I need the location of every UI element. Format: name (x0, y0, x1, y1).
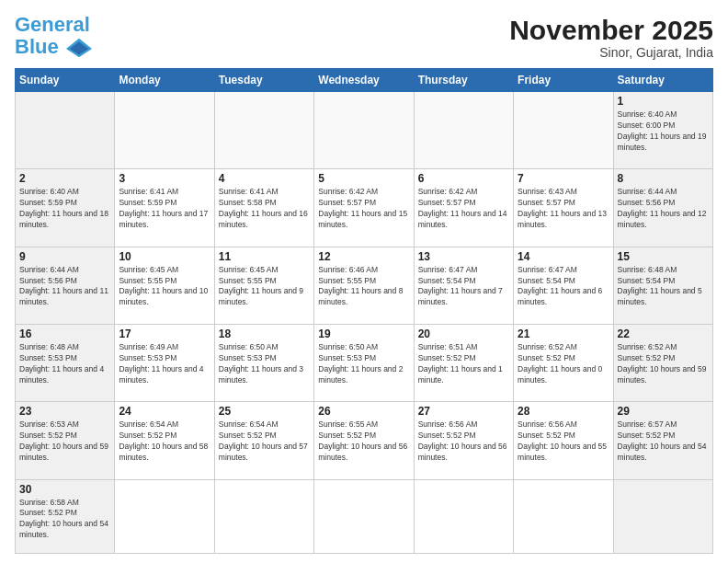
day-number: 9 (19, 250, 110, 263)
table-row (414, 479, 513, 553)
day-number: 7 (518, 172, 609, 185)
table-row: 22Sunrise: 6:52 AMSunset: 5:52 PMDayligh… (613, 324, 712, 401)
table-row: 26Sunrise: 6:55 AMSunset: 5:52 PMDayligh… (314, 402, 414, 479)
day-number: 4 (219, 172, 310, 185)
day-number: 1 (618, 95, 709, 108)
table-row: 28Sunrise: 6:56 AMSunset: 5:52 PMDayligh… (514, 402, 613, 479)
calendar-header-row: Sunday Monday Tuesday Wednesday Thursday… (16, 69, 713, 92)
title-block: November 2025 Sinor, Gujarat, India (509, 15, 713, 60)
day-info: Sunrise: 6:43 AMSunset: 5:57 PMDaylight:… (518, 187, 609, 231)
day-info: Sunrise: 6:41 AMSunset: 5:59 PMDaylight:… (119, 187, 210, 231)
table-row (214, 92, 313, 169)
table-row (613, 479, 712, 553)
logo: General Blue (15, 15, 92, 61)
day-info: Sunrise: 6:54 AMSunset: 5:52 PMDaylight:… (119, 419, 210, 464)
table-row: 29Sunrise: 6:57 AMSunset: 5:52 PMDayligh… (613, 402, 712, 479)
day-info: Sunrise: 6:50 AMSunset: 5:53 PMDaylight:… (219, 342, 310, 386)
day-info: Sunrise: 6:55 AMSunset: 5:52 PMDaylight:… (318, 419, 409, 464)
day-info: Sunrise: 6:56 AMSunset: 5:52 PMDaylight:… (518, 419, 609, 464)
day-info: Sunrise: 6:45 AMSunset: 5:55 PMDaylight:… (119, 265, 210, 309)
header-sunday: Sunday (16, 69, 115, 92)
table-row (115, 479, 214, 553)
day-info: Sunrise: 6:49 AMSunset: 5:53 PMDaylight:… (119, 342, 210, 386)
day-info: Sunrise: 6:45 AMSunset: 5:55 PMDaylight:… (219, 265, 310, 309)
day-info: Sunrise: 6:48 AMSunset: 5:53 PMDaylight:… (19, 342, 110, 386)
day-info: Sunrise: 6:52 AMSunset: 5:52 PMDaylight:… (618, 342, 709, 386)
day-number: 3 (119, 172, 210, 185)
table-row: 10Sunrise: 6:45 AMSunset: 5:55 PMDayligh… (115, 247, 214, 324)
calendar-body: 1Sunrise: 6:40 AMSunset: 6:00 PMDaylight… (16, 92, 713, 554)
table-row: 11Sunrise: 6:45 AMSunset: 5:55 PMDayligh… (214, 247, 313, 324)
day-number: 25 (219, 405, 310, 418)
day-info: Sunrise: 6:56 AMSunset: 5:52 PMDaylight:… (418, 419, 509, 464)
table-row: 13Sunrise: 6:47 AMSunset: 5:54 PMDayligh… (414, 247, 513, 324)
table-row: 3Sunrise: 6:41 AMSunset: 5:59 PMDaylight… (115, 169, 214, 247)
day-info: Sunrise: 6:51 AMSunset: 5:52 PMDaylight:… (418, 342, 509, 386)
day-number: 16 (19, 327, 110, 340)
table-row: 15Sunrise: 6:48 AMSunset: 5:54 PMDayligh… (613, 247, 712, 324)
day-number: 6 (418, 172, 509, 185)
table-row: 9Sunrise: 6:44 AMSunset: 5:56 PMDaylight… (16, 247, 115, 324)
day-info: Sunrise: 6:53 AMSunset: 5:52 PMDaylight:… (19, 419, 110, 464)
day-number: 23 (19, 405, 110, 418)
table-row: 23Sunrise: 6:53 AMSunset: 5:52 PMDayligh… (16, 402, 115, 479)
logo-blue: Blue (15, 35, 59, 58)
logo-text: General Blue (15, 15, 92, 61)
day-info: Sunrise: 6:47 AMSunset: 5:54 PMDaylight:… (418, 265, 509, 309)
table-row: 7Sunrise: 6:43 AMSunset: 5:57 PMDaylight… (514, 169, 613, 247)
header-wednesday: Wednesday (314, 69, 414, 92)
day-info: Sunrise: 6:50 AMSunset: 5:53 PMDaylight:… (318, 342, 409, 386)
day-number: 2 (19, 172, 110, 185)
table-row (314, 479, 414, 553)
calendar-table: Sunday Monday Tuesday Wednesday Thursday… (15, 68, 713, 554)
day-info: Sunrise: 6:40 AMSunset: 6:00 PMDaylight:… (618, 109, 709, 154)
day-number: 28 (518, 405, 609, 418)
day-number: 18 (219, 327, 310, 340)
calendar-page: General Blue November 2025 Sinor, Gujara… (0, 0, 728, 563)
table-row: 27Sunrise: 6:56 AMSunset: 5:52 PMDayligh… (414, 402, 513, 479)
table-row (115, 92, 214, 169)
day-number: 10 (119, 250, 210, 263)
day-number: 24 (119, 405, 210, 418)
day-info: Sunrise: 6:57 AMSunset: 5:52 PMDaylight:… (618, 419, 709, 464)
day-number: 5 (318, 172, 409, 185)
day-number: 8 (618, 172, 709, 185)
table-row: 14Sunrise: 6:47 AMSunset: 5:54 PMDayligh… (514, 247, 613, 324)
table-row: 24Sunrise: 6:54 AMSunset: 5:52 PMDayligh… (115, 402, 214, 479)
day-info: Sunrise: 6:42 AMSunset: 5:57 PMDaylight:… (318, 187, 409, 231)
table-row (514, 92, 613, 169)
logo-general: General (15, 13, 90, 36)
table-row: 25Sunrise: 6:54 AMSunset: 5:52 PMDayligh… (214, 402, 313, 479)
table-row: 6Sunrise: 6:42 AMSunset: 5:57 PMDaylight… (414, 169, 513, 247)
table-row: 5Sunrise: 6:42 AMSunset: 5:57 PMDaylight… (314, 169, 414, 247)
day-number: 30 (19, 483, 110, 496)
day-info: Sunrise: 6:44 AMSunset: 5:56 PMDaylight:… (19, 265, 110, 309)
month-title: November 2025 (509, 15, 713, 45)
table-row: 20Sunrise: 6:51 AMSunset: 5:52 PMDayligh… (414, 324, 513, 401)
table-row: 21Sunrise: 6:52 AMSunset: 5:52 PMDayligh… (514, 324, 613, 401)
table-row: 2Sunrise: 6:40 AMSunset: 5:59 PMDaylight… (16, 169, 115, 247)
day-number: 14 (518, 250, 609, 263)
table-row (514, 479, 613, 553)
day-info: Sunrise: 6:58 AMSunset: 5:52 PMDaylight:… (19, 498, 110, 542)
table-row: 12Sunrise: 6:46 AMSunset: 5:55 PMDayligh… (314, 247, 414, 324)
table-row: 18Sunrise: 6:50 AMSunset: 5:53 PMDayligh… (214, 324, 313, 401)
table-row (314, 92, 414, 169)
header-friday: Friday (514, 69, 613, 92)
day-number: 21 (518, 327, 609, 340)
day-number: 20 (418, 327, 509, 340)
day-info: Sunrise: 6:47 AMSunset: 5:54 PMDaylight:… (518, 265, 609, 309)
day-info: Sunrise: 6:44 AMSunset: 5:56 PMDaylight:… (618, 187, 709, 231)
day-number: 11 (219, 250, 310, 263)
day-info: Sunrise: 6:40 AMSunset: 5:59 PMDaylight:… (19, 187, 110, 231)
day-number: 29 (618, 405, 709, 418)
calendar-header: General Blue November 2025 Sinor, Gujara… (15, 15, 713, 61)
day-info: Sunrise: 6:41 AMSunset: 5:58 PMDaylight:… (219, 187, 310, 231)
day-number: 19 (318, 327, 409, 340)
table-row: 4Sunrise: 6:41 AMSunset: 5:58 PMDaylight… (214, 169, 313, 247)
logo-icon (66, 35, 92, 61)
day-number: 26 (318, 405, 409, 418)
day-info: Sunrise: 6:52 AMSunset: 5:52 PMDaylight:… (518, 342, 609, 386)
table-row (414, 92, 513, 169)
day-info: Sunrise: 6:46 AMSunset: 5:55 PMDaylight:… (318, 265, 409, 309)
